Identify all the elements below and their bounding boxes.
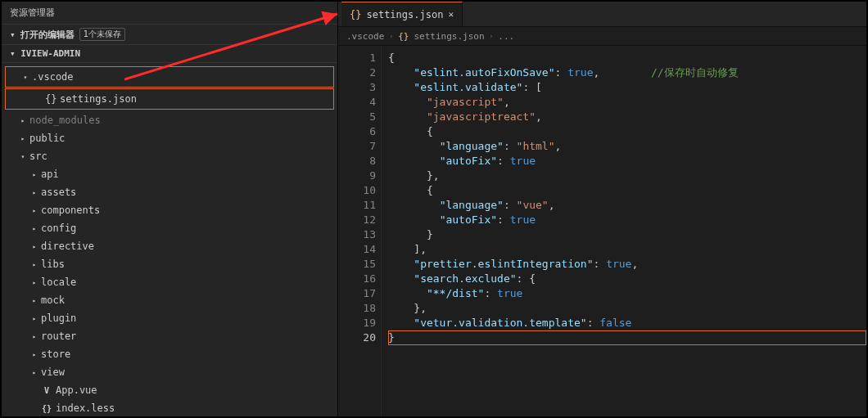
- chevron-right-icon: ▸: [31, 189, 38, 196]
- line-number: 8: [338, 154, 376, 169]
- line-number: 13: [338, 227, 376, 242]
- tree-item-label: router: [41, 330, 76, 342]
- code-line[interactable]: "eslint.validate": [: [388, 80, 866, 95]
- tree-item-label: store: [41, 348, 70, 360]
- tree-item[interactable]: ▸config: [2, 219, 337, 237]
- tab-label: settings.json: [366, 9, 443, 20]
- code-line[interactable]: }: [388, 227, 866, 242]
- tree-item[interactable]: ▾src: [2, 147, 337, 165]
- chevron-right-icon: ▸: [31, 279, 38, 286]
- tree-item[interactable]: ▸libs: [2, 255, 337, 273]
- line-number: 18: [338, 301, 376, 316]
- code-line[interactable]: "prettier.eslintIntegration": true,: [388, 257, 866, 272]
- line-number: 4: [338, 95, 376, 110]
- tree-item[interactable]: ▸assets: [2, 183, 337, 201]
- vue-icon: V: [41, 386, 52, 395]
- code-line[interactable]: }: [388, 330, 866, 345]
- code-line[interactable]: {: [388, 51, 866, 65]
- open-editors-label: 打开的编辑器: [20, 29, 75, 41]
- code-line[interactable]: "autoFix": true: [388, 213, 866, 227]
- tree-item[interactable]: ▸plugin: [2, 309, 337, 327]
- chevron-down-icon: ▾: [22, 74, 29, 81]
- tree-item[interactable]: ▸api: [2, 165, 337, 183]
- chevron-right-icon: ▸: [31, 333, 38, 340]
- tree-item-label: index.less: [56, 402, 115, 414]
- file-label: settings.json: [60, 93, 137, 105]
- chevron-right-icon: ▸: [31, 171, 38, 178]
- json-icon: {}: [398, 31, 409, 42]
- unsaved-badge: 1个未保存: [79, 28, 125, 41]
- chevron-right-icon: ▸: [31, 261, 38, 268]
- file-tree: ▾ .vscode {} settings.json ▸node_modules…: [2, 63, 337, 416]
- code-line[interactable]: "autoFix": true: [388, 154, 866, 169]
- line-number: 1: [338, 51, 376, 65]
- crumb-folder: .vscode: [346, 31, 384, 42]
- tree-item[interactable]: ▸directive: [2, 237, 337, 255]
- chevron-right-icon: ▸: [31, 225, 38, 232]
- line-number: 20: [338, 330, 376, 345]
- crumb-rest: ...: [498, 31, 514, 42]
- tree-item-label: assets: [41, 187, 76, 198]
- tree-item[interactable]: ▸node_modules: [2, 111, 337, 129]
- chevron-right-icon: ▸: [31, 207, 38, 214]
- explorer-title: 资源管理器: [2, 2, 337, 25]
- chevron-right-icon: ›: [490, 33, 494, 40]
- code-line[interactable]: "javascript",: [388, 95, 866, 110]
- editor-area: {} settings.json ✕ .vscode › {} settings…: [338, 2, 866, 416]
- breadcrumb[interactable]: .vscode › {} settings.json › ...: [338, 27, 866, 46]
- tree-item-label: public: [29, 133, 65, 144]
- code-line[interactable]: "search.exclude": {: [388, 272, 866, 286]
- code-line[interactable]: "**/dist": true: [388, 286, 866, 301]
- tree-item-label: locale: [41, 276, 76, 288]
- json-icon: {}: [41, 404, 52, 413]
- tree-item[interactable]: ▸public: [2, 129, 337, 147]
- tree-item[interactable]: ▸mock: [2, 291, 337, 309]
- tree-item[interactable]: VApp.vue: [2, 381, 337, 399]
- explorer-sidebar: 资源管理器 ▾ 打开的编辑器 1个未保存 ▾ IVIEW-ADMIN ▾ .vs…: [2, 2, 338, 416]
- tree-item[interactable]: ▸components: [2, 201, 337, 219]
- code-line[interactable]: },: [388, 169, 866, 183]
- code-line[interactable]: {: [388, 124, 866, 139]
- tree-item-label: node_modules: [29, 115, 101, 126]
- code-line[interactable]: "eslint.autoFixOnSave": true, //保存时自动修复: [388, 65, 866, 80]
- tree-item[interactable]: ▸store: [2, 345, 337, 363]
- tab-settings-json[interactable]: {} settings.json ✕: [341, 2, 463, 26]
- tab-bar: {} settings.json ✕: [338, 2, 866, 27]
- chevron-right-icon: ▸: [20, 135, 26, 142]
- code-content[interactable]: { "eslint.autoFixOnSave": true, //保存时自动修…: [382, 46, 866, 416]
- line-number: 14: [338, 242, 376, 257]
- project-header[interactable]: ▾ IVIEW-ADMIN: [2, 45, 337, 63]
- code-line[interactable]: {: [388, 183, 866, 198]
- chevron-down-icon: ▾: [10, 48, 16, 59]
- code-line[interactable]: ],: [388, 242, 866, 257]
- line-number: 5: [338, 110, 376, 124]
- code-line[interactable]: "language": "vue",: [388, 198, 866, 213]
- chevron-right-icon: ›: [389, 33, 393, 40]
- line-number: 2: [338, 65, 376, 80]
- tree-item[interactable]: {}index.less: [2, 399, 337, 416]
- line-number: 11: [338, 198, 376, 213]
- line-number: 17: [338, 286, 376, 301]
- tree-item[interactable]: ▸view: [2, 363, 337, 381]
- folder-label: .vscode: [32, 71, 74, 83]
- chevron-right-icon: ▸: [20, 117, 26, 124]
- folder-vscode[interactable]: ▾ .vscode: [6, 68, 333, 86]
- code-line[interactable]: "vetur.validation.template": false: [388, 316, 866, 330]
- tree-item-label: libs: [41, 258, 65, 270]
- code-line[interactable]: "javascriptreact",: [388, 110, 866, 124]
- code-line[interactable]: },: [388, 301, 866, 316]
- file-settings-json[interactable]: {} settings.json: [6, 90, 333, 108]
- close-icon[interactable]: ✕: [448, 9, 454, 20]
- line-number: 19: [338, 316, 376, 330]
- code-line[interactable]: "language": "html",: [388, 139, 866, 154]
- open-editors-header[interactable]: ▾ 打开的编辑器 1个未保存: [2, 25, 337, 45]
- tree-item[interactable]: ▸locale: [2, 273, 337, 291]
- line-gutter: 1234567891011121314151617181920: [338, 46, 382, 416]
- code-editor[interactable]: 1234567891011121314151617181920 { "eslin…: [338, 46, 866, 416]
- chevron-right-icon: ▸: [31, 243, 38, 250]
- line-number: 16: [338, 272, 376, 286]
- chevron-down-icon: ▾: [20, 153, 26, 160]
- json-icon: {}: [350, 9, 361, 20]
- line-number: 3: [338, 80, 376, 95]
- tree-item[interactable]: ▸router: [2, 327, 337, 345]
